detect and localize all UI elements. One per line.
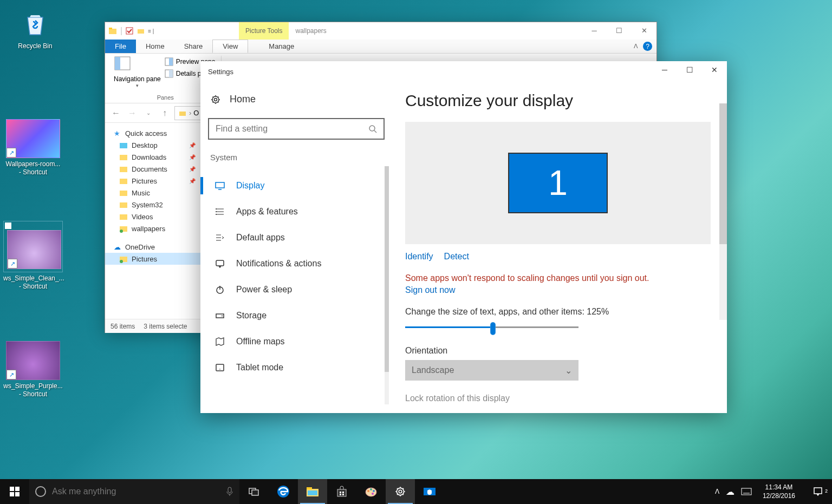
sidebar-item-tablet[interactable]: Tablet mode xyxy=(208,355,385,381)
monitor-tile[interactable]: 1 xyxy=(508,153,608,213)
navigation-pane-button[interactable]: Navigation pane ▾ xyxy=(114,56,161,88)
page-title: Customize your display xyxy=(405,91,711,110)
minimize-button[interactable]: ─ xyxy=(582,22,607,38)
desktop-icon-recycle-bin[interactable]: Recycle Bin xyxy=(5,5,65,50)
customize-toolbar-icon[interactable]: ≡ | xyxy=(148,28,154,34)
forward-button[interactable]: → xyxy=(126,107,139,120)
tray-overflow-icon[interactable]: ᐱ xyxy=(715,488,719,495)
close-button[interactable]: ✕ xyxy=(702,61,727,78)
nav-desktop[interactable]: Desktop📌 xyxy=(105,139,201,151)
sign-out-link[interactable]: Sign out now xyxy=(405,285,711,295)
desktop-icon-simple-purple[interactable]: ↗ ws_Simple_Purple...- Shortcut xyxy=(3,341,63,398)
home-tab[interactable]: Home xyxy=(136,40,174,53)
action-center-button[interactable]: 2 xyxy=(806,486,830,497)
nav-documents[interactable]: Documents📌 xyxy=(105,163,201,175)
minimize-button[interactable]: ─ xyxy=(652,61,677,78)
main-scrollbar[interactable] xyxy=(719,103,727,320)
scale-slider[interactable] xyxy=(405,322,578,333)
picture-tools-tab[interactable]: Picture Tools xyxy=(239,22,289,40)
nav-onedrive[interactable]: ☁OneDrive xyxy=(105,241,201,253)
svg-rect-45 xyxy=(15,487,20,491)
maximize-button[interactable]: ☐ xyxy=(677,61,702,78)
taskbar-app-edge[interactable] xyxy=(269,479,298,504)
nav-downloads[interactable]: Downloads📌 xyxy=(105,151,201,163)
power-icon xyxy=(214,284,225,295)
taskbar-search[interactable] xyxy=(29,479,239,504)
taskbar: ᐱ ☁ 11:34 AM 12/28/2016 2 xyxy=(0,479,832,504)
notifications-icon xyxy=(214,258,225,269)
help-button[interactable]: ? xyxy=(643,42,652,51)
sidebar-item-maps[interactable]: Offline maps xyxy=(208,329,385,355)
collapse-ribbon-icon[interactable]: ᐱ xyxy=(634,43,638,50)
orientation-dropdown[interactable]: Landscape ⌄ xyxy=(405,360,578,381)
desktop-icon-simple-clean[interactable]: ↗ ws_Simple_Clean_...- Shortcut xyxy=(3,221,63,291)
sidebar-item-display[interactable]: Display xyxy=(208,173,385,199)
maximize-button[interactable]: ☐ xyxy=(607,22,632,38)
nav-system32[interactable]: System32 xyxy=(105,199,201,211)
folder-small-icon[interactable] xyxy=(136,27,145,35)
desktop-icon-label: Recycle Bin xyxy=(5,42,65,50)
folder-icon xyxy=(119,212,128,221)
svg-point-33 xyxy=(216,214,217,215)
svg-rect-26 xyxy=(216,182,224,188)
task-view-button[interactable] xyxy=(239,479,269,504)
svg-rect-3 xyxy=(138,29,144,34)
svg-point-64 xyxy=(373,490,375,492)
shortcut-arrow-icon: ↗ xyxy=(8,259,17,269)
onedrive-tray-icon[interactable]: ☁ xyxy=(726,487,734,497)
close-button[interactable]: ✕ xyxy=(632,22,656,38)
settings-sidebar: Home System Display Apps & features Defa… xyxy=(200,82,392,413)
folder-icon xyxy=(119,141,128,149)
home-button[interactable]: Home xyxy=(208,89,385,109)
nav-onedrive-pictures[interactable]: Pictures xyxy=(105,253,201,265)
mic-icon[interactable] xyxy=(225,486,234,497)
quick-access-toolbar: | ≡ | xyxy=(108,26,154,36)
svg-point-67 xyxy=(399,490,402,493)
properties-icon[interactable] xyxy=(125,27,134,35)
taskbar-app-security[interactable] xyxy=(415,479,444,504)
taskbar-app-paint[interactable] xyxy=(356,479,386,504)
nav-quick-access[interactable]: ★Quick access xyxy=(105,127,201,139)
sidebar-item-default-apps[interactable]: Default apps xyxy=(208,225,385,251)
manage-tab[interactable]: Manage xyxy=(259,40,304,53)
svg-point-43 xyxy=(219,369,220,370)
sidebar-item-power[interactable]: Power & sleep xyxy=(208,277,385,303)
file-tab[interactable]: File xyxy=(105,40,136,53)
start-button[interactable] xyxy=(0,479,29,504)
nav-videos[interactable]: Videos xyxy=(105,211,201,222)
detect-link[interactable]: Detect xyxy=(444,252,469,261)
settings-titlebar[interactable]: Settings ─ ☐ ✕ xyxy=(200,61,727,82)
view-tab[interactable]: View xyxy=(212,40,248,53)
recycle-bin-icon xyxy=(18,5,53,40)
nav-wallpapers[interactable]: wallpapers xyxy=(105,222,201,234)
clock[interactable]: 11:34 AM 12/28/2016 xyxy=(758,483,800,500)
pin-icon: 📌 xyxy=(189,142,196,148)
sidebar-item-apps[interactable]: Apps & features xyxy=(208,199,385,225)
back-button[interactable]: ← xyxy=(109,107,122,120)
checkbox-icon[interactable] xyxy=(5,222,11,229)
svg-line-25 xyxy=(374,130,376,133)
keyboard-tray-icon[interactable] xyxy=(741,488,752,495)
window-title: wallpapers xyxy=(289,22,333,40)
desktop-icon-label: ws_Simple_Purple...- Shortcut xyxy=(3,382,63,398)
explorer-titlebar[interactable]: | ≡ | Picture Tools wallpapers ─ ☐ ✕ xyxy=(105,22,656,40)
search-input[interactable] xyxy=(208,118,385,140)
recent-button[interactable]: ⌄ xyxy=(142,107,155,120)
taskbar-app-store[interactable] xyxy=(327,479,356,504)
display-arrangement[interactable]: 1 xyxy=(405,122,711,244)
nav-music[interactable]: Music xyxy=(105,187,201,199)
desktop-icon-wallpapers-room[interactable]: ↗ Wallpapers-room...- Shortcut xyxy=(3,119,63,176)
identify-link[interactable]: Identify xyxy=(405,252,433,261)
sidebar-scrollbar[interactable] xyxy=(385,166,389,404)
up-button[interactable]: ↑ xyxy=(158,107,171,120)
lock-rotation-label: Lock rotation of this display xyxy=(405,394,711,403)
taskbar-app-explorer[interactable] xyxy=(298,479,327,504)
nav-pictures[interactable]: Pictures📌 xyxy=(105,175,201,187)
sidebar-item-storage[interactable]: Storage xyxy=(208,303,385,329)
slider-thumb[interactable] xyxy=(490,322,496,335)
sidebar-item-notifications[interactable]: Notifications & actions xyxy=(208,251,385,277)
taskbar-app-settings[interactable] xyxy=(386,479,415,504)
svg-rect-1 xyxy=(109,28,112,29)
share-tab[interactable]: Share xyxy=(174,40,213,53)
svg-point-23 xyxy=(214,98,217,101)
